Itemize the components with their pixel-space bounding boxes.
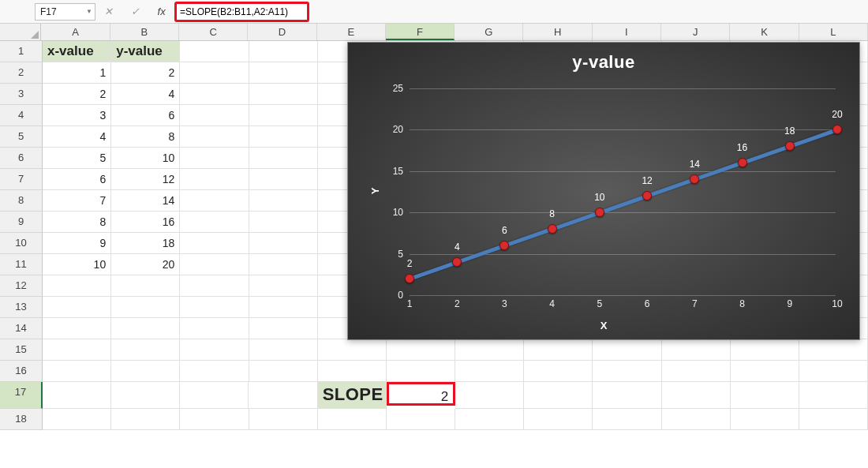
row-header[interactable]: 10 bbox=[0, 233, 43, 254]
cell[interactable] bbox=[731, 339, 799, 361]
cell[interactable] bbox=[799, 361, 868, 382]
cell[interactable]: 5 bbox=[43, 148, 111, 169]
select-all-corner[interactable] bbox=[0, 24, 41, 40]
row-header[interactable]: 16 bbox=[0, 361, 43, 382]
cell[interactable] bbox=[249, 105, 318, 126]
cell[interactable] bbox=[180, 297, 249, 318]
cell[interactable] bbox=[387, 409, 455, 430]
cell[interactable] bbox=[249, 382, 317, 409]
column-header[interactable]: E bbox=[317, 24, 386, 40]
cell[interactable]: SLOPE bbox=[318, 382, 387, 409]
cell[interactable] bbox=[180, 409, 249, 430]
cell[interactable]: 8 bbox=[43, 212, 111, 233]
cell[interactable] bbox=[318, 361, 387, 382]
cell[interactable]: 1 bbox=[43, 62, 111, 84]
cell[interactable]: 2 bbox=[387, 382, 455, 406]
cell[interactable] bbox=[249, 361, 318, 382]
column-header[interactable]: J bbox=[661, 24, 730, 40]
column-header[interactable]: D bbox=[248, 24, 316, 40]
cell[interactable] bbox=[799, 382, 868, 409]
insert-function-icon[interactable]: fx bbox=[158, 6, 166, 17]
cell[interactable] bbox=[662, 339, 731, 361]
cell[interactable] bbox=[43, 318, 111, 339]
cell[interactable] bbox=[180, 148, 249, 169]
cell[interactable]: 6 bbox=[43, 169, 111, 190]
cell[interactable] bbox=[662, 409, 731, 430]
row-header[interactable]: 5 bbox=[0, 126, 43, 148]
cell[interactable] bbox=[318, 339, 387, 361]
column-header[interactable]: H bbox=[523, 24, 592, 40]
cell[interactable] bbox=[180, 62, 249, 84]
cell[interactable] bbox=[593, 382, 661, 409]
cell[interactable] bbox=[249, 297, 318, 318]
row-header[interactable]: 13 bbox=[0, 297, 43, 318]
column-header[interactable]: K bbox=[730, 24, 799, 40]
cell[interactable]: y-value bbox=[111, 41, 180, 62]
cell[interactable] bbox=[180, 41, 249, 62]
cell[interactable] bbox=[249, 409, 318, 430]
cell[interactable] bbox=[180, 84, 249, 105]
cell[interactable] bbox=[180, 105, 249, 126]
cell[interactable] bbox=[43, 361, 111, 382]
cell[interactable] bbox=[249, 212, 318, 233]
cell[interactable] bbox=[180, 169, 249, 190]
cell[interactable]: 2 bbox=[111, 62, 180, 84]
cell[interactable] bbox=[180, 233, 249, 254]
cell[interactable] bbox=[111, 361, 180, 382]
cell[interactable] bbox=[43, 297, 111, 318]
cell[interactable]: x-value bbox=[43, 41, 111, 62]
cell[interactable] bbox=[249, 318, 318, 339]
cell[interactable] bbox=[111, 409, 180, 430]
row-header[interactable]: 2 bbox=[0, 62, 43, 84]
cell[interactable] bbox=[455, 339, 524, 361]
cell[interactable] bbox=[249, 126, 318, 148]
cell[interactable]: 2 bbox=[43, 84, 111, 105]
cell[interactable] bbox=[111, 297, 180, 318]
row-header[interactable]: 12 bbox=[0, 275, 43, 297]
row-header[interactable]: 18 bbox=[0, 409, 43, 430]
cancel-icon[interactable]: ✕ bbox=[104, 6, 113, 17]
row-header[interactable]: 11 bbox=[0, 254, 43, 275]
cell[interactable] bbox=[662, 382, 731, 409]
column-header[interactable]: F bbox=[386, 24, 455, 40]
cell[interactable] bbox=[249, 62, 318, 84]
cell[interactable] bbox=[249, 169, 318, 190]
cell[interactable] bbox=[180, 212, 249, 233]
row-header[interactable]: 8 bbox=[0, 190, 43, 212]
cell[interactable] bbox=[593, 361, 661, 382]
cell[interactable] bbox=[731, 382, 799, 409]
cell[interactable] bbox=[111, 339, 180, 361]
cell[interactable]: 10 bbox=[111, 148, 180, 169]
cell[interactable]: 9 bbox=[43, 233, 111, 254]
cell[interactable] bbox=[180, 361, 249, 382]
cell[interactable] bbox=[180, 382, 249, 409]
confirm-icon[interactable]: ✓ bbox=[131, 6, 140, 17]
cell[interactable] bbox=[455, 361, 524, 382]
cell[interactable] bbox=[662, 361, 731, 382]
cell[interactable] bbox=[111, 275, 180, 297]
row-header[interactable]: 9 bbox=[0, 212, 43, 233]
cell[interactable] bbox=[180, 126, 249, 148]
cell[interactable] bbox=[43, 339, 111, 361]
cell[interactable] bbox=[455, 409, 524, 430]
row-header[interactable]: 7 bbox=[0, 169, 43, 190]
cell[interactable] bbox=[249, 190, 318, 212]
column-header[interactable]: B bbox=[110, 24, 179, 40]
row-header[interactable]: 15 bbox=[0, 339, 43, 361]
column-header[interactable]: A bbox=[41, 24, 110, 40]
cell[interactable] bbox=[249, 84, 318, 105]
cell[interactable] bbox=[731, 361, 799, 382]
cell[interactable] bbox=[43, 275, 111, 297]
cell[interactable] bbox=[593, 409, 661, 430]
cell[interactable] bbox=[249, 148, 318, 169]
name-box[interactable]: F17 ▼ bbox=[35, 3, 95, 21]
column-header[interactable]: I bbox=[593, 24, 661, 40]
row-header[interactable]: 14 bbox=[0, 318, 43, 339]
cell[interactable] bbox=[249, 339, 318, 361]
formula-input[interactable] bbox=[177, 4, 307, 20]
cell[interactable]: 10 bbox=[43, 254, 111, 275]
cell[interactable] bbox=[799, 409, 868, 430]
cell[interactable]: 12 bbox=[111, 169, 180, 190]
cell[interactable] bbox=[249, 275, 318, 297]
cell[interactable]: 4 bbox=[43, 126, 111, 148]
